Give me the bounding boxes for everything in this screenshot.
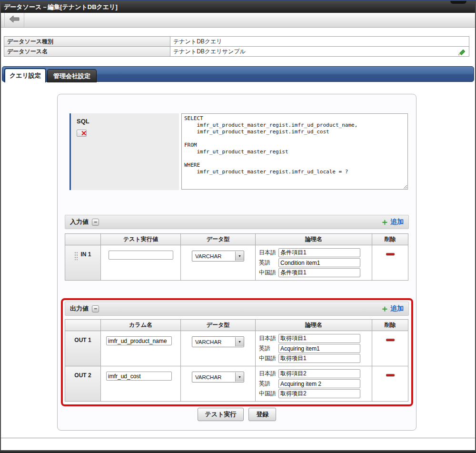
logical-name-cell: 日本語 英語 中国語	[256, 366, 372, 402]
dropdown-arrow-icon: ▼	[235, 372, 244, 382]
header-logical-name: 論理名	[256, 234, 372, 245]
page-title: データソース－編集[テナントDBクエリ]	[0, 1, 476, 13]
output-values-title: 出力値	[70, 304, 89, 313]
page-title-text: データソース－編集[テナントDBクエリ]	[4, 3, 118, 10]
sql-clear-icon[interactable]: ✕	[77, 130, 89, 138]
output-values-table: カラム名 データ型 論理名 削除 OUT 1 VARCHAR ▼	[65, 319, 408, 402]
back-button[interactable]	[5, 14, 24, 26]
data-type-select[interactable]: VARCHAR ▼	[192, 251, 244, 262]
header-delete: 削除	[372, 320, 408, 331]
logical-name-ja-input[interactable]	[278, 248, 360, 257]
column-name-input[interactable]	[106, 336, 172, 345]
toolbar-divider	[24, 13, 24, 27]
data-type-cell: VARCHAR ▼	[181, 331, 256, 366]
footer-divider	[1, 438, 475, 438]
input-values-table: テスト実行値 データ型 論理名 削除 IN 1 VARCHAR ▼	[65, 233, 408, 281]
delete-row-icon[interactable]	[386, 374, 395, 376]
datasource-info-table: データソース種別 テナントDBクエリ データソース名 テナントDBクエリサンプル	[4, 36, 469, 57]
row-label-out1: OUT 1	[65, 331, 101, 366]
logical-name-en-input[interactable]	[278, 258, 360, 267]
data-type-cell: VARCHAR ▼	[181, 245, 256, 281]
register-button[interactable]: 登録	[248, 408, 276, 421]
sql-textarea[interactable]: SELECT imfr_ut_product_master_regist.imf…	[181, 113, 408, 190]
edit-pencil-icon[interactable]	[457, 48, 466, 58]
query-settings-panel: SQL ✕ SELECT imfr_ut_product_master_regi…	[57, 94, 416, 431]
collapse-output-section-button[interactable]: −	[92, 305, 99, 312]
logical-name-ja-input[interactable]	[278, 369, 360, 378]
delete-row-icon[interactable]	[386, 253, 395, 255]
table-row: データソース名 テナントDBクエリサンプル	[4, 47, 469, 57]
back-arrow-icon	[9, 15, 20, 25]
logical-name-zh-input[interactable]	[278, 389, 360, 398]
logical-name-en-input[interactable]	[278, 344, 360, 353]
header-data-type: データ型	[181, 234, 256, 245]
header-empty	[65, 320, 101, 331]
tab-management-company-settings[interactable]: 管理会社設定	[47, 69, 97, 82]
data-type-cell: VARCHAR ▼	[181, 366, 256, 402]
dropdown-arrow-icon: ▼	[235, 252, 244, 261]
logical-name-en-input[interactable]	[278, 379, 360, 388]
action-buttons: テスト実行 登録	[58, 408, 416, 421]
delete-cell	[372, 366, 408, 402]
titlebar-notch	[450, 1, 466, 4]
dropdown-arrow-icon: ▼	[235, 337, 244, 346]
logical-name-zh-input[interactable]	[278, 354, 360, 363]
table-row-out1: OUT 1 VARCHAR ▼ 日本語 英語	[65, 331, 408, 366]
table-header-row: テスト実行値 データ型 論理名 削除	[65, 234, 408, 245]
datasource-name-label: データソース名	[4, 47, 170, 57]
add-output-row-button[interactable]: ＋ 追加	[380, 304, 404, 313]
add-input-row-button[interactable]: ＋ 追加	[380, 218, 404, 226]
datasource-name-value: テナントDBクエリサンプル	[170, 47, 469, 57]
sql-label-cell: SQL ✕	[69, 113, 179, 190]
header-data-type: データ型	[181, 320, 256, 331]
column-name-input[interactable]	[106, 372, 172, 381]
datasource-type-label: データソース種別	[4, 37, 170, 47]
page-left-border	[0, 1, 1, 453]
tab-bar: クエリ設定 管理会社設定	[2, 66, 474, 82]
data-type-select[interactable]: VARCHAR ▼	[192, 336, 244, 347]
header-delete: 削除	[372, 234, 408, 245]
header-column-name: カラム名	[101, 320, 181, 331]
logical-name-ja-input[interactable]	[278, 334, 360, 343]
header-logical-name: 論理名	[256, 320, 372, 331]
add-plus-icon: ＋	[380, 304, 389, 313]
logical-name-cell: 日本語 英語 中国語	[256, 331, 372, 366]
test-run-button[interactable]: テスト実行	[198, 408, 244, 421]
table-row: データソース種別 テナントDBクエリ	[4, 37, 469, 47]
output-values-section-header: 出力値 − ＋ 追加	[65, 302, 409, 316]
test-value-cell	[101, 245, 181, 281]
page-bottom-bar	[0, 450, 476, 453]
sql-label: SQL	[77, 118, 179, 125]
tab-query-settings[interactable]: クエリ設定	[4, 68, 46, 82]
output-values-highlight-box: 出力値 − ＋ 追加 カラム名 データ型 論理名 削除 OUT 1	[61, 298, 413, 406]
table-header-row: カラム名 データ型 論理名 削除	[65, 320, 408, 331]
column-name-cell	[101, 331, 181, 366]
delete-cell	[372, 245, 408, 281]
table-row-in1: IN 1 VARCHAR ▼ 日本語 英語	[65, 245, 408, 281]
table-row-out2: OUT 2 VARCHAR ▼ 日本語 英語	[65, 366, 408, 402]
header-empty	[65, 234, 101, 245]
input-values-title: 入力値	[70, 218, 89, 226]
header-test-value: テスト実行値	[101, 234, 181, 245]
datasource-type-value: テナントDBクエリ	[170, 37, 469, 47]
add-plus-icon: ＋	[380, 218, 389, 226]
delete-row-icon[interactable]	[386, 339, 395, 341]
logical-name-cell: 日本語 英語 中国語	[256, 245, 372, 281]
column-name-cell	[101, 366, 181, 402]
test-value-input[interactable]	[109, 251, 173, 260]
drag-handle-icon[interactable]	[74, 252, 78, 260]
delete-cell	[372, 331, 408, 366]
data-type-select[interactable]: VARCHAR ▼	[192, 372, 244, 383]
logical-name-zh-input[interactable]	[278, 268, 360, 277]
input-values-section-header: 入力値 − ＋ 追加	[65, 215, 409, 229]
toolbar	[1, 13, 475, 28]
row-label-in1: IN 1	[65, 245, 101, 281]
collapse-input-section-button[interactable]: −	[92, 219, 99, 226]
row-label-out2: OUT 2	[65, 366, 101, 402]
